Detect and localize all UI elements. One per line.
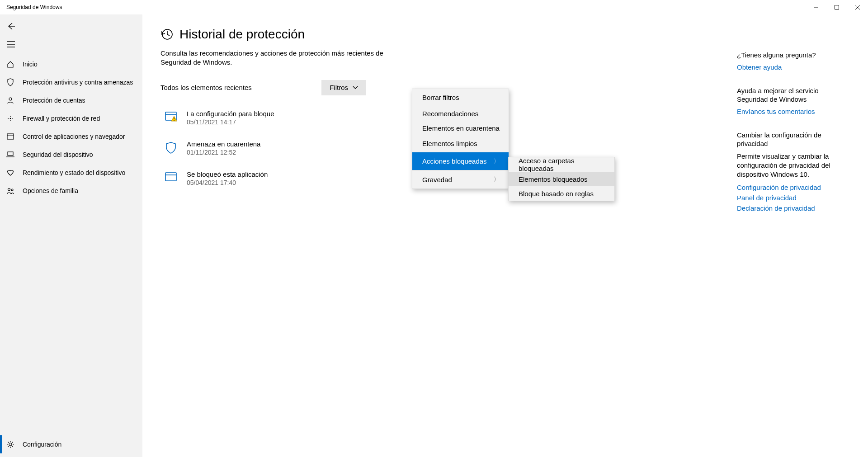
sidebar-item-label: Control de aplicaciones y navegador: [23, 133, 125, 140]
right-panel: ¿Tienes alguna pregunta? Obtener ayuda A…: [737, 51, 841, 227]
menu-item-label: Bloque basado en reglas: [519, 190, 594, 198]
filter-button[interactable]: Filtros: [321, 80, 366, 95]
sidebar-item-settings[interactable]: Configuración: [0, 435, 142, 453]
sidebar-item-home[interactable]: Inicio: [0, 55, 142, 73]
titlebar: Seguridad de Windows: [0, 0, 868, 14]
history-item[interactable]: Se bloqueó esta aplicación 05/04/2021 17…: [160, 168, 366, 198]
submenu-item-blocked-items[interactable]: Elementos bloqueados: [509, 172, 614, 186]
heart-icon: [6, 169, 14, 176]
appcontrol-icon: [6, 133, 14, 140]
feedback-link[interactable]: Envíanos tus comentarios: [737, 108, 841, 115]
chevron-down-icon: [353, 86, 358, 90]
menu-item-quarantined[interactable]: Elementos en cuarentena: [412, 121, 509, 135]
sidebar-item-label: Seguridad del dispositivo: [23, 151, 93, 158]
sidebar-item-virus[interactable]: Protección antivirus y contra amenazas: [0, 73, 142, 91]
page-subtitle: Consulta las recomendaciones y acciones …: [160, 49, 396, 67]
gear-icon: [6, 441, 14, 448]
history-item-title: Se bloqueó esta aplicación: [187, 170, 268, 178]
sidebar: Inicio Protección antivirus y contra ame…: [0, 14, 142, 457]
menu-item-label: Recomendaciones: [422, 110, 478, 118]
submenu-item-folder-access[interactable]: Acceso a carpetas bloqueadas: [509, 157, 614, 172]
sidebar-item-account[interactable]: Protección de cuentas: [0, 91, 142, 109]
privacy-description: Permite visualizar y cambiar la configur…: [737, 152, 841, 179]
sidebar-item-firewall[interactable]: Firewall y protección de red: [0, 109, 142, 127]
hamburger-button[interactable]: [1, 35, 21, 53]
back-arrow-icon: [7, 22, 15, 30]
privacy-dashboard-link[interactable]: Panel de privacidad: [737, 194, 841, 202]
history-icon: [160, 28, 173, 41]
sidebar-item-label: Inicio: [23, 61, 38, 68]
close-button[interactable]: [847, 0, 868, 14]
list-header-label: Todos los elementos recientes: [160, 84, 252, 91]
menu-item-severity[interactable]: Gravedad 〉: [412, 170, 509, 188]
window-icon: [165, 170, 177, 182]
menu-item-clean[interactable]: Elementos limpios: [412, 135, 509, 152]
svg-rect-12: [8, 152, 13, 155]
shield-outline-icon: [165, 140, 177, 154]
maximize-icon: [835, 5, 839, 9]
minimize-button[interactable]: [806, 0, 826, 14]
svg-point-21: [174, 120, 175, 121]
close-icon: [855, 5, 860, 9]
history-item-title: La configuración para bloque: [187, 110, 274, 118]
maximize-button[interactable]: [826, 0, 847, 14]
history-item[interactable]: La configuración para bloque 05/11/2021 …: [160, 107, 366, 137]
help-link[interactable]: Obtener ayuda: [737, 63, 841, 71]
sidebar-nav: Inicio Protección antivirus y contra ame…: [0, 55, 142, 435]
filter-menu: Borrar filtros Recomendaciones Elementos…: [412, 89, 509, 189]
privacy-title: Cambiar la configuración de privacidad: [737, 131, 841, 148]
svg-point-16: [9, 443, 12, 446]
history-list: La configuración para bloque 05/11/2021 …: [160, 107, 366, 198]
chevron-right-icon: 〉: [494, 157, 500, 165]
menu-item-clear-filters[interactable]: Borrar filtros: [412, 89, 509, 106]
window-controls: [806, 0, 868, 14]
history-item[interactable]: Amenaza en cuarentena 01/11/2021 12:52: [160, 137, 366, 168]
warning-window-icon: [165, 110, 177, 122]
svg-point-8: [9, 98, 12, 100]
svg-point-14: [8, 188, 10, 191]
menu-item-label: Acceso a carpetas bloqueadas: [519, 157, 605, 172]
menu-item-label: Acciones bloqueadas: [422, 157, 487, 165]
sidebar-item-devicesec[interactable]: Seguridad del dispositivo: [0, 146, 142, 164]
sidebar-item-label: Opciones de familia: [23, 187, 78, 194]
hamburger-icon: [7, 41, 15, 47]
history-item-date: 05/11/2021 14:17: [187, 118, 274, 126]
svg-rect-22: [165, 173, 176, 181]
svg-rect-1: [835, 5, 839, 9]
help-title: ¿Tienes alguna pregunta?: [737, 51, 841, 60]
sidebar-item-performance[interactable]: Rendimiento y estado del dispositivo: [0, 164, 142, 182]
privacy-settings-link[interactable]: Configuración de privacidad: [737, 184, 841, 191]
history-item-date: 01/11/2021 12:52: [187, 149, 260, 156]
sidebar-item-label: Protección antivirus y contra amenazas: [23, 79, 133, 86]
history-item-title: Amenaza en cuarentena: [187, 140, 260, 148]
svg-rect-10: [7, 134, 14, 139]
window-title: Seguridad de Windows: [6, 4, 806, 10]
menu-item-label: Elementos limpios: [422, 140, 477, 147]
improve-title: Ayuda a mejorar el servicio Seguridad de…: [737, 86, 841, 104]
shield-icon: [6, 78, 14, 86]
privacy-statement-link[interactable]: Declaración de privacidad: [737, 204, 841, 212]
chevron-right-icon: 〉: [494, 175, 500, 184]
home-icon: [6, 61, 14, 68]
family-icon: [6, 187, 14, 194]
laptop-icon: [6, 151, 14, 158]
submenu-item-rule-block[interactable]: Bloque basado en reglas: [509, 186, 614, 201]
menu-item-recommendations[interactable]: Recomendaciones: [412, 106, 509, 121]
svg-point-15: [11, 189, 13, 191]
sidebar-item-label: Protección de cuentas: [23, 97, 85, 104]
person-icon: [6, 97, 14, 104]
main-content: Historial de protección Consulta las rec…: [142, 14, 868, 457]
firewall-icon: [6, 115, 14, 122]
menu-item-blocked-actions[interactable]: Acciones bloqueadas 〉: [412, 152, 509, 170]
menu-item-label: Elementos en cuarentena: [422, 124, 500, 132]
back-button[interactable]: [1, 17, 21, 35]
sidebar-item-family[interactable]: Opciones de familia: [0, 182, 142, 200]
history-item-date: 05/04/2021 17:40: [187, 179, 268, 186]
menu-item-label: Borrar filtros: [422, 94, 459, 101]
menu-item-label: Gravedad: [422, 176, 452, 184]
sidebar-item-label: Firewall y protección de red: [23, 115, 100, 122]
page-title: Historial de protección: [179, 27, 305, 42]
filter-submenu-blocked: Acceso a carpetas bloqueadas Elementos b…: [508, 157, 615, 201]
sidebar-item-appcontrol[interactable]: Control de aplicaciones y navegador: [0, 127, 142, 146]
menu-item-label: Elementos bloqueados: [519, 175, 588, 183]
